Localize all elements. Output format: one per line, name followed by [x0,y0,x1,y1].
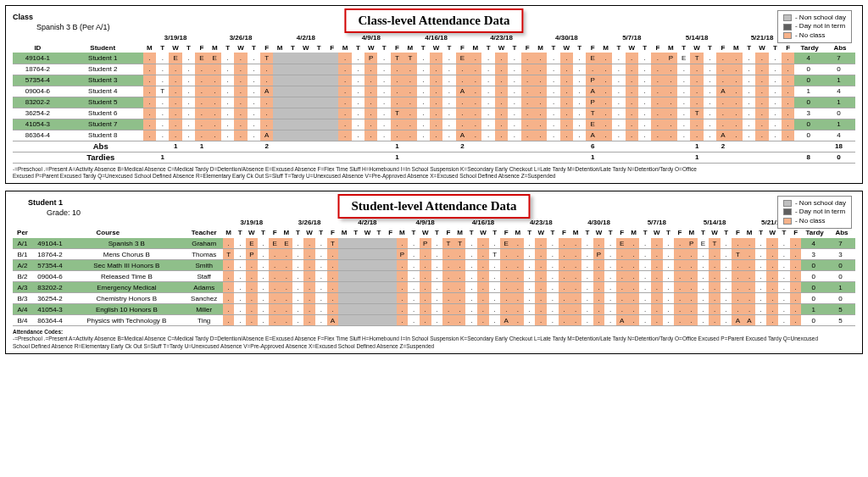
attendance-cell: . [182,75,195,86]
attendance-cell: . [612,130,625,141]
attendance-cell: . [269,315,281,326]
attendance-cell: . [489,260,501,271]
attendance-cell: . [709,315,721,326]
attendance-cell: . [143,86,156,97]
attendance-cell: . [397,271,409,282]
abs-col-total [495,141,508,152]
attendance-cell: . [431,271,443,282]
tardy-col-total [287,152,299,163]
attendance-cell: . [377,64,390,75]
attendance-cell: T [709,238,721,249]
tardy-col-total [599,152,612,163]
abs-total: 5 [828,315,855,326]
attendance-cell: . [743,304,755,315]
attendance-cell: . [364,108,377,119]
attendance-cell: . [638,119,651,130]
attendance-cell [362,271,374,282]
tardy-total: 0 [801,271,828,282]
attendance-cell: . [234,64,247,75]
attendance-cell: . [547,238,559,249]
attendance-cell: . [665,119,677,130]
attendance-cell: . [639,304,651,315]
attendance-cell: . [260,108,273,119]
attendance-cell: . [721,260,732,271]
attendance-cell: . [732,304,743,315]
attendance-cell: . [417,97,430,108]
abs-col-total: 1 [690,141,703,152]
attendance-cell: . [570,315,581,326]
attendance-cell: . [593,315,605,326]
attendance-cell: . [442,315,454,326]
attendance-cell: . [258,293,270,304]
attendance-cell: . [234,108,247,119]
attendance-cell: . [547,130,559,141]
attendance-cell: . [408,282,420,293]
attendance-cell: . [674,260,686,271]
attendance-cell: . [612,64,625,75]
course-id-cell: 83202-2 [31,282,68,293]
attendance-cell: . [352,75,364,86]
attendance-cell: . [743,108,755,119]
attendance-cell [273,108,286,119]
attendance-cell: . [743,238,755,249]
attendance-cell: . [508,53,520,64]
attendance-cell: . [626,108,638,119]
abs-col-total [599,141,612,152]
attendance-cell: . [534,86,547,97]
attendance-cell: . [338,130,351,141]
attendance-cell: P [586,97,598,108]
legend-non-school-day: - Non school day [783,14,846,22]
abs-col-total [234,141,247,152]
legend-non-school-day: - Non school day [783,199,846,208]
attendance-cell: . [593,238,605,249]
attendance-cell: . [743,53,755,64]
attendance-cell: . [195,75,208,86]
attendance-cell: . [732,282,743,293]
attendance-cell: . [755,119,768,130]
tardy-total: 0 [794,75,824,86]
attendance-cell: . [364,119,377,130]
attendance-cell: . [403,75,416,86]
tardy-col-total [338,152,351,163]
attendance-cell: . [209,130,221,141]
attendance-cell: A [260,130,273,141]
legend: - Non school day - Day not in term - No … [777,10,852,43]
abs-col-total [560,141,573,152]
attendance-cell: . [651,249,663,260]
attendance-cell: . [195,86,208,97]
attendance-cell: A [586,130,598,141]
attendance-cell [299,64,312,75]
attendance-cell: . [535,293,547,304]
attendance-cell: . [570,238,581,249]
attendance-cell: . [248,75,260,86]
tardy-total: 0 [801,293,828,304]
abs-total: 7 [828,238,855,249]
attendance-cell: P [364,53,377,64]
attendance-cell [350,282,362,293]
attendance-cell: . [626,75,638,86]
attendance-cell: . [143,64,156,75]
attendance-cell [338,293,350,304]
attendance-cell: . [454,260,466,271]
attendance-cell: . [281,282,292,293]
attendance-cell: . [535,282,547,293]
attendance-cell: . [281,271,292,282]
tardy-col-total [508,152,520,163]
attendance-cell: . [143,75,156,86]
attendance-cell: . [604,271,616,282]
attendance-cell: . [508,108,520,119]
abs-col-total [755,141,768,152]
attendance-cell [385,282,397,293]
attendance-cell: . [573,86,586,97]
tardy-col-total [612,152,625,163]
tardy-col-total [626,152,638,163]
attendance-cell [299,130,312,141]
attendance-cell [313,86,326,97]
attendance-cell [373,249,385,260]
abs-total: 1 [828,282,855,293]
attendance-cell: . [397,315,409,326]
student-name-cell: Student 5 [61,97,143,108]
abs-col-total [299,141,312,152]
attendance-cell: . [408,260,420,271]
attendance-cell: . [639,271,651,282]
